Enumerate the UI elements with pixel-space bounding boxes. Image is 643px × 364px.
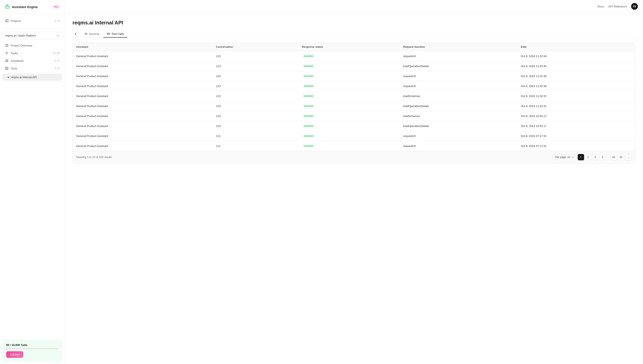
top-nav: Docs API Reference AV (65, 0, 643, 13)
svg-rect-17 (6, 69, 7, 70)
cell-assistant: General Product Assistant (73, 51, 213, 61)
tools-icon (5, 67, 9, 70)
assistants-icon (5, 59, 9, 62)
assistants-count: 2 / 5 (55, 59, 60, 62)
col-conversation: Conversation (213, 43, 299, 51)
back-button[interactable] (73, 31, 79, 37)
cell-date: Oct 8, 2024 11:02:36 (517, 71, 635, 81)
table-row[interactable]: General Product Assistant 123 success lo… (73, 61, 635, 71)
cell-assistant: General Product Assistant (73, 91, 213, 101)
cell-date: Oct 8, 2024 11:02:31 (517, 91, 635, 101)
avatar[interactable]: AV (631, 3, 638, 10)
per-page-select[interactable]: Per page 10 (553, 154, 576, 160)
projects-icon (5, 19, 9, 22)
tab-tool-calls[interactable]: Tool Calls (103, 30, 127, 38)
table-row[interactable]: General Product Assistant 123 success re… (73, 71, 635, 81)
tool-calls-table: Assistant Conversation Response status R… (73, 43, 635, 164)
cell-status: success (299, 131, 400, 141)
pagination-page-3[interactable]: 3 (592, 154, 598, 160)
pagination-dots: ... (607, 156, 610, 159)
table-row[interactable]: General Product Assistant 111 success re… (73, 131, 635, 141)
cell-function: requestUrl (400, 141, 518, 151)
sidebar-item-assistants[interactable]: Assistants 2 / 5 (3, 57, 62, 64)
table-row[interactable]: General Product Assistant 123 success re… (73, 51, 635, 61)
docs-link[interactable]: Docs (597, 5, 604, 8)
showing-text: Showing 1 to 10 of 329 results (76, 156, 112, 159)
cell-date: Oct 8, 2024 11:02:40 (517, 61, 635, 71)
col-request-function: Request function (400, 43, 518, 51)
table-header: Assistant Conversation Response status R… (73, 43, 635, 51)
contact-button[interactable]: Contact (6, 351, 23, 358)
cell-status: success (299, 141, 400, 151)
pagination-buttons: 1234...3233 (578, 154, 624, 160)
status-badge: success (302, 134, 315, 138)
cell-assistant: General Product Assistant (73, 121, 213, 131)
tools-count: 1 / 5 (55, 67, 60, 70)
calls-label: 90 / 10.000 Calls (6, 344, 59, 346)
sidebar-bottom: 90 / 10.000 Calls Contact (3, 340, 62, 362)
logo-area: Assistant Engine (4, 4, 38, 10)
tab-general[interactable]: General (81, 30, 102, 38)
cell-conversation: 123 (213, 51, 299, 61)
sidebar-item-tools[interactable]: Tools 1 / 5 (3, 65, 62, 72)
cell-date: Oct 8, 2024 11:02:44 (517, 51, 635, 61)
cell-status: success (299, 51, 400, 61)
table-row[interactable]: General Product Assistant 111 success re… (73, 141, 635, 151)
table-row[interactable]: General Product Assistant 123 success re… (73, 81, 635, 91)
project-overview-label: Project Overview (11, 44, 32, 47)
cell-date: Oct 8, 2024 11:02:31 (517, 101, 635, 111)
pagination-page-33[interactable]: 33 (618, 154, 624, 160)
svg-point-5 (7, 4, 8, 5)
svg-point-9 (6, 45, 8, 46)
logo-text: Assistant Engine (12, 5, 38, 9)
cell-assistant: General Product Assistant (73, 71, 213, 81)
eye-icon (84, 32, 88, 36)
svg-rect-7 (7, 19, 8, 22)
cell-status: success (299, 121, 400, 131)
table-row[interactable]: General Product Assistant 110 success lo… (73, 121, 635, 131)
pagination-page-32[interactable]: 32 (610, 154, 617, 160)
pagination-next-button[interactable]: › (625, 154, 632, 160)
cell-status: success (299, 111, 400, 121)
tasks-icon (5, 52, 9, 55)
pagination-row: Showing 1 to 10 of 329 results Per page … (73, 151, 635, 163)
cell-status: success (299, 71, 400, 81)
pagination-page-4[interactable]: 4 (599, 154, 606, 160)
cell-date: Oct 8, 2024 07:17:31 (517, 131, 635, 141)
cell-status: success (299, 81, 400, 91)
table-row[interactable]: General Product Assistant 123 success lo… (73, 91, 635, 101)
svg-rect-0 (5, 6, 9, 8)
logo-icon (4, 4, 10, 10)
cell-conversation: 123 (213, 101, 299, 111)
sidebar-item-projects[interactable]: Projects 1 / 3 (3, 17, 62, 24)
sidebar-header: Assistant Engine Pro (0, 0, 65, 14)
assistants-label: Assistants (11, 59, 24, 62)
status-badge: success (302, 84, 315, 88)
col-assistant: Assistant (73, 43, 213, 51)
table-row[interactable]: General Product Assistant 110 success lo… (73, 111, 635, 121)
table-row[interactable]: General Product Assistant 123 success lo… (73, 101, 635, 111)
sidebar-item-tool-reqms[interactable]: reqms.ai Internal API (3, 74, 62, 81)
cell-conversation: 123 (213, 71, 299, 81)
cell-function: requestUrl (400, 71, 518, 81)
workspace-selector[interactable]: reqms.ai | SaaS Platform (3, 32, 62, 39)
pagination-page-1[interactable]: 1 (578, 154, 584, 160)
signal-icon (107, 32, 110, 36)
api-reference-link[interactable]: API Reference (608, 5, 627, 8)
sidebar-sub-nav: Project Overview Tasks 4 / 10 (0, 41, 65, 73)
sidebar-item-project-overview[interactable]: Project Overview (3, 42, 62, 49)
cell-function: requestUrl (400, 51, 518, 61)
project-overview-icon (5, 44, 9, 47)
svg-point-20 (86, 33, 87, 34)
cell-function: loadSchemas (400, 91, 518, 101)
sidebar-top-nav: Projects 1 / 3 (0, 14, 65, 26)
pagination-page-2[interactable]: 2 (585, 154, 591, 160)
status-badge: success (302, 104, 315, 108)
svg-point-2 (6, 6, 7, 7)
back-arrow-icon (74, 32, 78, 36)
cell-conversation: 123 (213, 61, 299, 71)
sidebar-item-tasks[interactable]: Tasks 4 / 10 (3, 50, 62, 57)
tasks-label: Tasks (11, 52, 18, 55)
cell-date: Oct 8, 2024 10:52:17 (517, 121, 635, 131)
cell-function: loadOperationDetails (400, 101, 518, 111)
